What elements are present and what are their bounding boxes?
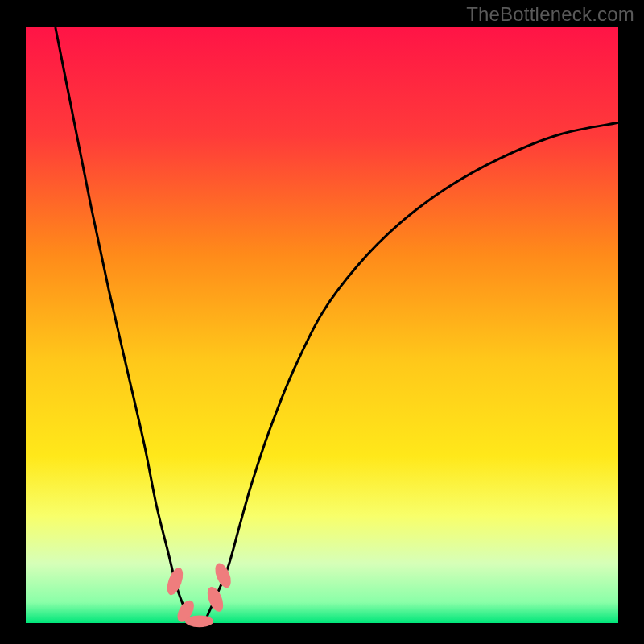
watermark-text: TheBottleneck.com <box>466 3 634 26</box>
bottleneck-chart <box>0 0 644 644</box>
pill-bottom <box>185 615 213 627</box>
plot-background <box>26 27 618 623</box>
chart-container: TheBottleneck.com <box>0 0 644 644</box>
